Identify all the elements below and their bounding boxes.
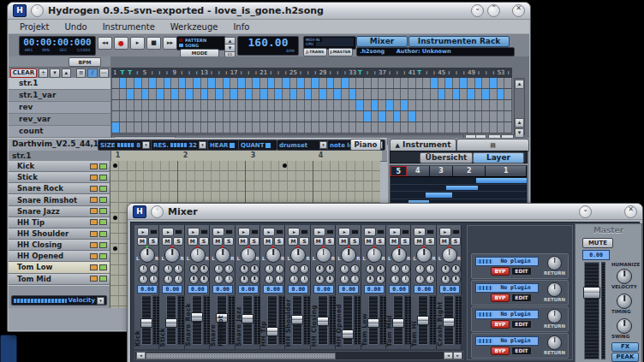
song-cell[interactable] — [157, 122, 164, 133]
strip-fx2-knob[interactable] — [300, 264, 309, 274]
instrument-solo-led[interactable] — [99, 208, 107, 214]
song-grid-row-count[interactable] — [111, 122, 512, 134]
song-cell[interactable] — [364, 100, 371, 110]
song-cell[interactable] — [445, 111, 452, 122]
layer-strip[interactable] — [391, 185, 527, 193]
song-cell[interactable] — [134, 111, 141, 122]
menu-instrumente[interactable]: Instrumente — [95, 22, 163, 32]
fx-edit-button[interactable]: EDIT — [511, 267, 532, 276]
song-cell[interactable] — [431, 111, 438, 122]
song-cell[interactable] — [386, 122, 393, 133]
mixer-minimize-button[interactable]: ⌄ — [579, 205, 592, 218]
strip-fx4-knob[interactable] — [376, 275, 385, 284]
strip-fx3-knob[interactable] — [139, 275, 148, 284]
song-cell[interactable] — [246, 111, 253, 122]
song-cell[interactable] — [349, 111, 356, 122]
song-grid-row-str.1[interactable] — [111, 78, 512, 89]
instrument-row-tom-low[interactable]: Tom Low — [9, 262, 110, 273]
song-cell[interactable] — [364, 89, 371, 99]
song-cell[interactable] — [401, 122, 408, 133]
strip-fx1-knob[interactable] — [214, 264, 224, 274]
song-cell-on[interactable] — [134, 78, 141, 88]
song-cell[interactable] — [416, 111, 423, 122]
input-mode-dropdown-button[interactable]: ▾ — [319, 141, 327, 149]
jack-master-button[interactable]: J.MASTER — [328, 48, 353, 56]
song-cell[interactable] — [386, 89, 393, 99]
song-cell[interactable] — [349, 100, 356, 110]
song-cell[interactable] — [319, 111, 326, 122]
song-cell-on[interactable] — [290, 89, 297, 99]
mixer-hscrollbar[interactable]: ◂ ◂ ▸ — [134, 351, 464, 360]
strip-play-button[interactable]: ▸ — [238, 228, 250, 236]
song-cell-on[interactable] — [460, 78, 467, 88]
fx-edit-button[interactable]: EDIT — [511, 347, 532, 355]
song-cell[interactable] — [186, 111, 193, 122]
strip-mute-button[interactable]: M — [238, 237, 248, 246]
song-cell[interactable] — [482, 111, 489, 122]
song-cell-on[interactable] — [224, 78, 230, 88]
strip-fx3-knob[interactable] — [340, 275, 349, 284]
instrument-mute-led[interactable] — [90, 264, 98, 270]
song-cell[interactable] — [394, 78, 401, 88]
song-cell[interactable] — [319, 78, 326, 88]
song-cell[interactable] — [342, 89, 349, 99]
song-cell[interactable] — [327, 100, 334, 110]
strip-fader[interactable] — [393, 295, 403, 345]
strip-fx4-knob[interactable] — [224, 275, 234, 284]
song-cell[interactable] — [394, 122, 401, 133]
strip-fx1-knob[interactable] — [366, 264, 375, 274]
strip-play-button[interactable]: ▸ — [364, 228, 376, 236]
song-cell-on[interactable] — [120, 78, 127, 88]
song-cell[interactable] — [230, 111, 237, 122]
song-cell[interactable] — [431, 122, 438, 133]
strip-fx2-knob[interactable] — [149, 264, 158, 274]
song-cell[interactable] — [438, 122, 445, 133]
minimize-button[interactable]: ⌄ — [471, 4, 484, 17]
song-cell[interactable] — [164, 111, 171, 122]
strip-fader-cap[interactable] — [165, 318, 177, 328]
window-menu-button[interactable]: ◦ — [31, 4, 44, 17]
song-cell[interactable] — [260, 100, 267, 110]
song-cell[interactable] — [423, 78, 430, 88]
strip-fader-cap[interactable] — [417, 316, 429, 325]
pattern-size-lcd[interactable]: SIZE 8 ▾ — [98, 139, 152, 151]
song-cell[interactable] — [290, 78, 297, 88]
strip-play-button[interactable]: ▸ — [162, 228, 174, 236]
strip-fx1-knob[interactable] — [340, 264, 349, 274]
song-cell-on[interactable] — [342, 78, 349, 88]
strip-play-button[interactable]: ▸ — [414, 228, 426, 236]
song-cell[interactable] — [490, 111, 497, 122]
instrument-rack-toggle-button[interactable]: Instrumenten Rack — [408, 36, 510, 47]
song-cell[interactable] — [416, 78, 423, 88]
song-cell[interactable] — [164, 100, 171, 110]
song-cell[interactable] — [186, 100, 193, 110]
song-cell[interactable] — [290, 100, 297, 110]
song-cell-on[interactable] — [386, 100, 393, 110]
strip-fx3-knob[interactable] — [240, 275, 249, 284]
song-cell[interactable] — [468, 78, 474, 88]
strip-fx2-knob[interactable] — [426, 264, 435, 274]
move-pattern-up-button[interactable]: ▴ — [62, 68, 71, 78]
song-cell-on[interactable] — [127, 89, 134, 99]
song-cell[interactable] — [127, 100, 134, 110]
strip-fx4-knob[interactable] — [250, 275, 259, 284]
strip-play-button[interactable]: ▸ — [212, 228, 224, 236]
fx-return-knob[interactable] — [547, 256, 562, 270]
strip-mute-button[interactable]: M — [212, 237, 223, 246]
instrument-mute-led[interactable] — [90, 175, 98, 181]
song-cell[interactable] — [246, 100, 253, 110]
instrument-mute-led[interactable] — [90, 242, 98, 248]
song-cell[interactable] — [142, 78, 149, 88]
song-cell[interactable] — [208, 89, 215, 99]
fx-plugin-lcd[interactable]: No plugin — [475, 283, 539, 293]
song-cell-on[interactable] — [186, 89, 193, 99]
song-cell[interactable] — [356, 111, 363, 122]
master-swing-knob[interactable] — [617, 318, 632, 334]
mixer-scroll-left-button[interactable]: ◂ — [136, 352, 146, 359]
song-cell[interactable] — [408, 78, 415, 88]
strip-fader-cap[interactable] — [242, 314, 253, 323]
song-cell-on[interactable] — [275, 89, 282, 99]
layer-header-2[interactable]: 2 — [453, 166, 486, 176]
song-cell[interactable] — [186, 78, 193, 88]
song-cell[interactable] — [475, 122, 482, 133]
